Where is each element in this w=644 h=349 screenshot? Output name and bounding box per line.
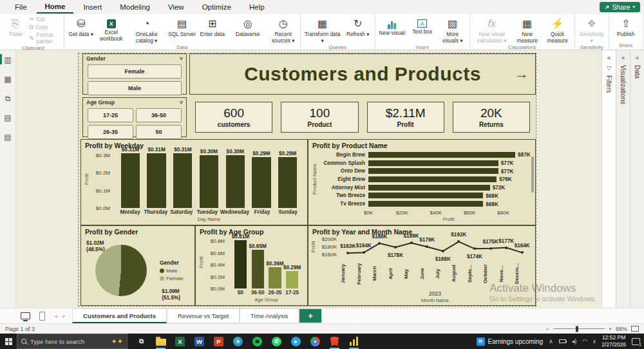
- data-point[interactable]: [394, 246, 397, 249]
- data-point[interactable]: [410, 241, 413, 244]
- next-page-icon[interactable]: ▸: [62, 312, 66, 319]
- legend-item-male[interactable]: Male: [160, 268, 192, 274]
- onelake-catalog-button[interactable]: ◔ OneLake catalog ▾: [127, 15, 167, 44]
- powerpoint-taskbar-button[interactable]: P: [213, 336, 224, 347]
- bar[interactable]: $0.36M: [269, 267, 281, 288]
- slicer-option-26-35[interactable]: 26-35: [88, 125, 133, 139]
- tmdl-view-button[interactable]: ▤: [0, 133, 15, 142]
- prev-page-icon[interactable]: ◂: [54, 312, 57, 319]
- pie[interactable]: [95, 245, 147, 296]
- transform-data-button[interactable]: ▦ Transform data ▾: [303, 15, 343, 44]
- share-button[interactable]: ➔ Share ▾: [600, 2, 640, 12]
- spotify-taskbar-button[interactable]: ≋: [252, 336, 263, 347]
- legend-item-female[interactable]: Female: [160, 276, 192, 281]
- menu-view[interactable]: View: [160, 1, 193, 13]
- expand-icon[interactable]: «: [636, 54, 639, 61]
- bar[interactable]: $0.31M: [147, 153, 166, 208]
- zoom-slider[interactable]: [553, 328, 605, 330]
- tray-expand-icon[interactable]: ∧: [549, 338, 553, 344]
- data-point[interactable]: [505, 247, 507, 249]
- expand-icon[interactable]: «: [607, 54, 611, 61]
- bar[interactable]: [368, 193, 483, 198]
- data-point[interactable]: [457, 240, 460, 243]
- taskbar-clock[interactable]: 12:52 PM 2/27/2026: [601, 334, 626, 348]
- kpi-product[interactable]: 100 Product: [281, 102, 358, 133]
- brave-taskbar-button[interactable]: [329, 336, 340, 347]
- slicer-option-36-50[interactable]: 36-50: [136, 108, 182, 122]
- refresh-button[interactable]: ↻ Refresh ▾: [343, 15, 373, 44]
- bar[interactable]: $0.31M: [121, 153, 140, 208]
- excel-taskbar-button[interactable]: X: [175, 336, 185, 347]
- notification-icon[interactable]: 1: [632, 338, 640, 345]
- data-point[interactable]: [489, 247, 492, 250]
- slicer-option-male[interactable]: Male: [88, 81, 182, 95]
- kpi-customers[interactable]: 600 customers: [195, 102, 272, 133]
- bar[interactable]: [368, 160, 498, 166]
- bar[interactable]: [368, 152, 515, 158]
- bar[interactable]: [368, 176, 497, 182]
- chart-profit-by-weekday[interactable]: Profit by Weekday Profit$0.0M$0.1M$0.2M$…: [80, 139, 308, 225]
- menu-file[interactable]: File: [6, 1, 35, 13]
- tab-time-analysis[interactable]: Time Analysis: [240, 308, 299, 323]
- recent-sources-button[interactable]: ◷ Recent sources ▾: [269, 15, 298, 44]
- new-visual-button[interactable]: New visual: [377, 15, 407, 44]
- kpi-profit[interactable]: $2.11M Profit: [367, 102, 444, 133]
- bar[interactable]: $0.31M: [173, 153, 192, 208]
- tab-customers-and-products[interactable]: Customers and Products: [72, 308, 167, 323]
- kpi-returns[interactable]: 20K Returns: [453, 102, 530, 133]
- bar[interactable]: $0.30M: [200, 155, 218, 208]
- bar[interactable]: $0.30M: [226, 155, 245, 208]
- filters-pane-collapsed[interactable]: « ▽ Filters: [601, 50, 616, 308]
- task-view-button[interactable]: ⧉: [136, 336, 147, 347]
- zoom-out-button[interactable]: −: [545, 326, 549, 332]
- word-taskbar-button[interactable]: W: [194, 336, 205, 347]
- dax-query-view-button[interactable]: ▤: [0, 113, 15, 122]
- data-point[interactable]: [521, 251, 524, 254]
- powerbi-taskbar-button[interactable]: [348, 336, 359, 347]
- mobile-view-icon[interactable]: [39, 312, 45, 321]
- bar[interactable]: $0.65M: [252, 250, 264, 288]
- chart-profit-by-product[interactable]: Profit by Product Name Product NameBegin…: [308, 139, 536, 225]
- bar[interactable]: [368, 185, 490, 191]
- menu-modeling[interactable]: Modeling: [111, 1, 158, 13]
- menu-help[interactable]: Help: [241, 1, 273, 13]
- chrome-taskbar-button[interactable]: [310, 336, 321, 347]
- publish-button[interactable]: ⇧ Publish: [611, 15, 641, 42]
- menu-insert[interactable]: Insert: [75, 1, 110, 13]
- bar[interactable]: $0.29M: [252, 157, 270, 208]
- taskbar-search[interactable]: Type here to search ✦✦: [17, 334, 128, 349]
- data-point[interactable]: [346, 252, 349, 254]
- quick-measure-button[interactable]: ⚡ Quick measure: [543, 15, 573, 44]
- data-point[interactable]: [473, 247, 476, 250]
- chart-profit-by-month[interactable]: Profit by Year and Month Name Profit$160…: [308, 225, 536, 306]
- enter-data-button[interactable]: ⊞ Enter data: [198, 15, 227, 44]
- dataverse-button[interactable]: ◎ Dataverse: [228, 15, 268, 44]
- data-point[interactable]: [363, 251, 365, 254]
- get-data-button[interactable]: ⛁ Get data ▾: [66, 15, 96, 44]
- data-pane-collapsed[interactable]: « Data: [630, 50, 644, 308]
- expand-icon[interactable]: «: [621, 54, 625, 61]
- bar[interactable]: $0.29M: [286, 271, 298, 288]
- file-explorer-button[interactable]: [155, 336, 166, 347]
- slicer-option-17-25[interactable]: 17-25: [88, 108, 133, 122]
- battery-icon[interactable]: [559, 339, 566, 343]
- gender-slicer[interactable]: Gender ˅ Female Male: [82, 53, 187, 95]
- language-indicator[interactable]: ε: [593, 338, 596, 344]
- data-point[interactable]: [378, 242, 381, 245]
- whatsapp-taskbar-button[interactable]: ✆: [271, 336, 282, 347]
- slicer-option-50[interactable]: 50: [136, 125, 182, 139]
- table-view-button[interactable]: ▦: [0, 75, 15, 84]
- edge-taskbar-button[interactable]: e: [232, 336, 243, 347]
- start-button[interactable]: [0, 338, 17, 345]
- new-measure-button[interactable]: ▦ New measure: [513, 15, 542, 44]
- chevron-down-icon[interactable]: ˅: [180, 55, 183, 62]
- visualizations-pane-collapsed[interactable]: « Visualizations: [616, 50, 630, 308]
- chart-profit-by-gender[interactable]: Profit by Gender $1.02M (48.5%) $1.09M (…: [80, 225, 195, 306]
- menu-home[interactable]: Home: [37, 1, 74, 14]
- desktop-view-icon[interactable]: [21, 312, 30, 319]
- slicer-option-female[interactable]: Female: [88, 64, 182, 79]
- chart-profit-by-age-group[interactable]: Profit by Age Group Profit$0.0M$0.2M$0.4…: [195, 225, 308, 306]
- chevron-down-icon[interactable]: ˅: [180, 99, 183, 106]
- more-visuals-button[interactable]: ▧ More visuals ▾: [438, 15, 468, 44]
- next-page-arrow-icon[interactable]: →: [515, 66, 529, 82]
